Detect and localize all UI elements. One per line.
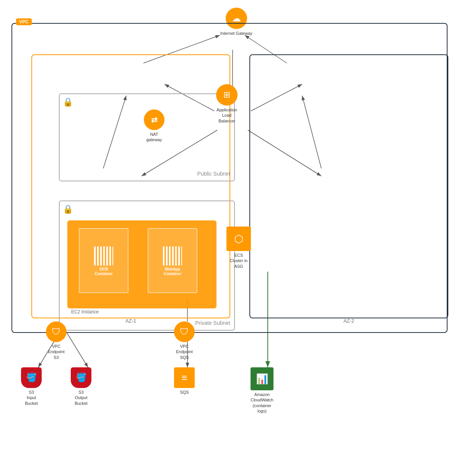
s3-input-icon: 🪣: [21, 367, 42, 388]
private-subnet-az1: 🔒 OCRContainer WebAppContainer EC2 Insta…: [59, 201, 235, 331]
vpc-label: VPC: [16, 18, 32, 25]
sqs-icon: ≡: [174, 367, 195, 388]
s3-input-label: S3InputBucket: [25, 390, 38, 406]
webapp-container-az1-label: WebAppContainer: [164, 267, 182, 276]
cloudwatch-label: AmazonCloudWatch(containerlogs): [251, 392, 273, 414]
diagram-container: ☁ Internet Gateway VPC AZ-1 🔒 ⇄ NATgatew…: [0, 0, 459, 476]
s3-input-bucket: 🪣 S3InputBucket: [21, 367, 42, 406]
ocr-container-az1: OCRContainer: [79, 228, 129, 293]
az2-box: AZ-2 🔒 ⇄ NATgateway Public Subnet 🔒: [249, 54, 448, 318]
ecs-cluster-icon: ⬡: [226, 227, 251, 251]
vpc-endpoint-s3: 🛡 VPCEndpointS3: [46, 321, 67, 360]
webapp-container-az1: WebAppContainer: [148, 228, 197, 293]
ec2-label-az1: EC2 Instance: [71, 309, 99, 315]
ecs-cluster-label: ECSCluster inASG: [230, 253, 247, 269]
ocr-container-az1-icon: [94, 246, 113, 266]
az1-box: AZ-1 🔒 ⇄ NATgateway Public Subnet 🔒: [31, 54, 230, 318]
public-subnet-az1-label: Public Subnet: [197, 171, 230, 177]
vpc-endpoint-sqs-label: VPCEndpointSQS: [176, 344, 192, 360]
sqs-label: SQS: [180, 390, 189, 395]
private-subnet-az1-label: Private Subnet: [195, 320, 230, 326]
vpc-endpoint-s3-icon: 🛡: [46, 321, 67, 342]
az2-label: AZ-2: [343, 318, 354, 324]
webapp-container-az1-icon: [163, 246, 182, 266]
alb-label: ApplicationLoadBalancer: [216, 107, 237, 124]
s3-output-bucket: 🪣 S3OutputBucket: [71, 367, 91, 406]
nat-gateway-az1-icon: ⇄: [144, 109, 164, 130]
cloudwatch: 📊 AmazonCloudWatch(containerlogs): [251, 367, 273, 414]
nat-gateway-az1: ⇄ NATgateway: [144, 109, 164, 143]
s3-output-label: S3OutputBucket: [75, 390, 88, 406]
nat-gateway-az1-label: NATgateway: [146, 132, 162, 143]
alb-icon: ⊞: [216, 84, 238, 106]
svg-line-13: [67, 333, 88, 367]
cloudwatch-icon: 📊: [251, 367, 273, 390]
sqs: ≡ SQS: [174, 367, 195, 395]
vpc-endpoint-sqs-icon: 🛡: [174, 321, 195, 342]
vpc-box: VPC AZ-1 🔒 ⇄ NATgateway Public Subnet: [11, 23, 448, 333]
ocr-container-az1-label: OCRContainer: [95, 267, 113, 276]
vpc-endpoint-s3-label: VPCEndpointS3: [48, 344, 64, 360]
s3-output-icon: 🪣: [71, 367, 91, 388]
lock-icon-az1-private: 🔒: [63, 204, 73, 214]
vpc-endpoint-sqs: 🛡 VPCEndpointSQS: [174, 321, 195, 360]
ecs-cluster: ⬡ ECSCluster inASG: [226, 227, 251, 269]
public-subnet-az1: 🔒 ⇄ NATgateway Public Subnet: [59, 93, 235, 181]
lock-icon-az1-public: 🔒: [63, 97, 73, 107]
ec2-box-az1: OCRContainer WebAppContainer: [67, 220, 216, 308]
alb: ⊞ ApplicationLoadBalancer: [216, 84, 238, 124]
